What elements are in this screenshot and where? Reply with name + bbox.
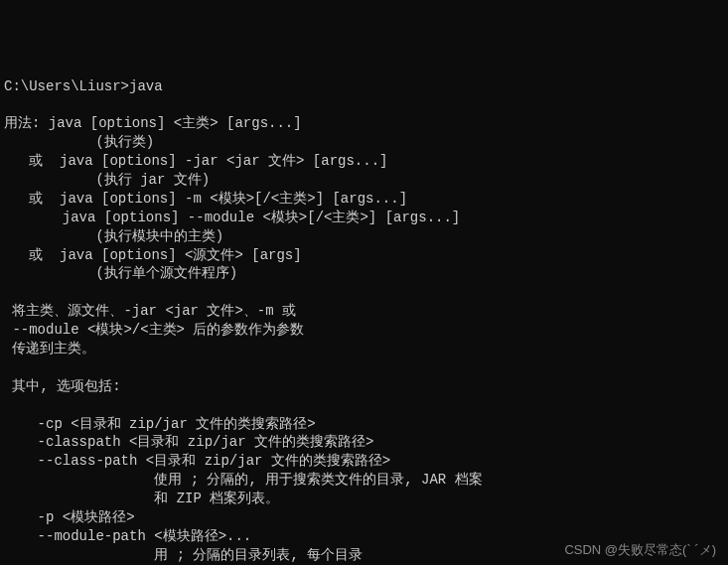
- output-line: --class-path <目录和 zip/jar 文件的类搜索路径>: [4, 452, 724, 471]
- output-line: 使用 ; 分隔的, 用于搜索类文件的目录, JAR 档案: [4, 471, 724, 490]
- output-line: -classpath <目录和 zip/jar 文件的类搜索路径>: [4, 433, 724, 452]
- output-line: [4, 358, 724, 377]
- output-line: (执行单个源文件程序): [4, 264, 724, 283]
- output-line: 将主类、源文件、-jar <jar 文件>、-m 或: [4, 302, 724, 321]
- output-line: 或 java [options] <源文件> [args]: [4, 246, 724, 265]
- output-line: [4, 283, 724, 302]
- output-line: 其中, 选项包括:: [4, 377, 724, 396]
- output-line: (执行类): [4, 133, 724, 152]
- output-line: (执行 jar 文件): [4, 171, 724, 190]
- output-line: 或 java [options] -m <模块>[/<主类>] [args...…: [4, 190, 724, 209]
- output-line: [4, 396, 724, 415]
- output-line: 传递到主类。: [4, 340, 724, 358]
- output-line: 或 java [options] -jar <jar 文件> [args...]: [4, 152, 724, 171]
- output-line: -cp <目录和 zip/jar 文件的类搜索路径>: [4, 415, 724, 434]
- output-line: 和 ZIP 档案列表。: [4, 490, 724, 508]
- output-line: java [options] --module <模块>[/<主类>] [arg…: [4, 209, 724, 227]
- output-line: 用法: java [options] <主类> [args...]: [4, 114, 724, 133]
- command-prompt-line: C:\Users\Liusr>java: [4, 77, 724, 96]
- terminal-output: 用法: java [options] <主类> [args...] (执行类) …: [4, 114, 724, 565]
- output-line: (执行模块中的主类): [4, 227, 724, 246]
- output-line: -p <模块路径>: [4, 508, 724, 527]
- csdn-watermark: CSDN @失败尽常态(` ´メ): [564, 541, 716, 559]
- output-line: --module <模块>/<主类> 后的参数作为参数: [4, 321, 724, 340]
